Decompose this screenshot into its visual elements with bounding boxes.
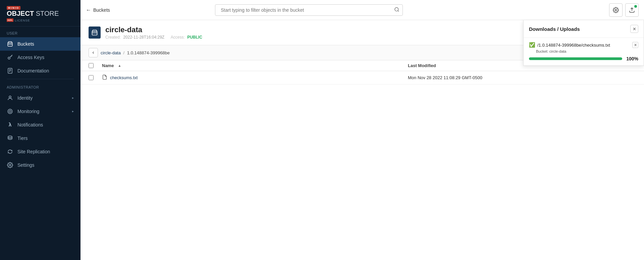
monitoring-chevron-icon: ▸ (72, 109, 74, 113)
sidebar-access-keys-label: Access Keys (17, 55, 74, 60)
breadcrumb-current: 1.0.148874-399968be (127, 50, 170, 55)
logo: MINIO OBJECT STORE AGPL LICENSE (0, 0, 80, 27)
buckets-icon (7, 41, 13, 47)
sidebar-item-access-keys[interactable]: Access Keys (0, 51, 80, 64)
download-item: ✅ /1.0.148874-399968be/checksums.txt ✕ B… (524, 38, 644, 65)
download-item-name: ✅ /1.0.148874-399968be/checksums.txt (529, 42, 610, 48)
site-replication-icon (7, 148, 13, 155)
svg-point-9 (9, 96, 11, 98)
sidebar-item-site-replication[interactable]: Site Replication (0, 145, 80, 158)
sidebar-site-replication-label: Site Replication (17, 149, 74, 154)
progress-bar-track (529, 57, 622, 60)
upload-button[interactable] (625, 3, 639, 17)
upload-badge (634, 5, 637, 8)
download-bucket-info: Bucket: circle-data (529, 49, 638, 53)
bucket-info: circle-data Created: 2022-11-28T16:04:29… (105, 25, 208, 40)
topbar: ← Buckets (80, 0, 644, 20)
gear-icon (613, 7, 619, 13)
svg-point-10 (8, 109, 12, 114)
tiers-icon (7, 135, 13, 142)
bucket-header-icon (89, 27, 101, 39)
sidebar-item-notifications[interactable]: λ Notifications (0, 118, 80, 132)
row-checkbox[interactable] (89, 75, 94, 80)
back-label: Buckets (93, 7, 110, 13)
row-check-col (89, 75, 102, 80)
select-all-checkbox[interactable] (89, 63, 94, 68)
progress-row: 100% (529, 56, 638, 61)
sidebar: MINIO OBJECT STORE AGPL LICENSE User Buc… (0, 0, 80, 260)
sidebar-monitoring-label: Monitoring (17, 109, 68, 114)
access-value: PUBLIC (187, 35, 202, 40)
logo-license-label: LICENSE (15, 19, 30, 22)
header-check-col (89, 63, 102, 68)
sidebar-item-settings[interactable]: Settings (0, 158, 80, 172)
download-file-path: /1.0.148874-399968be/checksums.txt (537, 43, 610, 48)
settings-button[interactable] (609, 3, 623, 17)
sidebar-item-tiers[interactable]: Tiers (0, 132, 80, 145)
breadcrumb-back-icon (91, 51, 95, 55)
panel-header: Downloads / Uploads ✕ (524, 20, 644, 38)
header-last-modified-col[interactable]: Last Modified (408, 63, 508, 68)
breadcrumb-separator: / (123, 50, 126, 55)
logo-product: OBJECT STORE (7, 10, 74, 17)
breadcrumb-path: circle-data / 1.0.148874-399968be (101, 50, 170, 55)
sidebar-buckets-label: Buckets (17, 41, 74, 47)
progress-bar-fill (529, 57, 622, 60)
sidebar-divider (7, 79, 74, 79)
breadcrumb-back-button[interactable] (89, 48, 98, 57)
logo-badge-text: MINIO (7, 6, 20, 10)
svg-point-12 (8, 136, 12, 138)
remove-download-button[interactable]: ✕ (632, 42, 638, 48)
header-name-col[interactable]: Name ▲ (102, 63, 408, 68)
sidebar-item-monitoring[interactable]: Monitoring ▸ (0, 105, 80, 118)
sidebar-item-buckets[interactable]: Buckets (0, 37, 80, 51)
search-input[interactable] (215, 4, 403, 16)
breadcrumb-root-link[interactable]: circle-data (101, 50, 121, 55)
sidebar-tiers-label: Tiers (17, 136, 74, 141)
admin-section-label: Administrator (0, 81, 80, 91)
svg-point-4 (8, 57, 10, 59)
bucket-title: circle-data (105, 25, 208, 34)
bucket-meta: Created: 2022-11-28T16:04:29Z Access: PU… (105, 35, 208, 40)
notifications-icon: λ (7, 121, 13, 128)
row-last-modified: Mon Nov 28 2022 11:08:29 GMT-0500 (408, 75, 508, 80)
search-icon (394, 7, 399, 12)
svg-rect-18 (92, 32, 97, 35)
identity-icon (7, 95, 13, 101)
downloads-panel: Downloads / Uploads ✕ ✅ /1.0.148874-3999… (523, 20, 644, 66)
svg-rect-2 (8, 43, 12, 46)
user-section-label: User (0, 27, 80, 37)
access-keys-icon (7, 54, 13, 61)
sidebar-documentation-label: Documentation (17, 68, 74, 73)
back-arrow-icon: ← (86, 7, 91, 13)
bucket-label: Bucket: (536, 49, 548, 53)
upload-icon (629, 7, 635, 13)
identity-chevron-icon: ▸ (72, 96, 74, 100)
table-row: checksums.txt Mon Nov 28 2022 11:08:29 G… (80, 71, 644, 85)
documentation-icon (7, 67, 13, 74)
search-box (215, 4, 403, 16)
logo-store: STORE (36, 10, 59, 17)
file-name[interactable]: checksums.txt (110, 75, 138, 80)
panel-close-button[interactable]: ✕ (630, 25, 638, 33)
sidebar-notifications-label: Notifications (17, 122, 74, 127)
svg-point-11 (9, 110, 11, 112)
sidebar-item-documentation[interactable]: Documentation (0, 64, 80, 77)
sidebar-settings-label: Settings (17, 162, 74, 168)
main-content: ← Buckets circle-data Created (80, 0, 644, 260)
svg-line-15 (398, 10, 399, 11)
svg-point-13 (9, 164, 11, 166)
access-label: Access: (171, 35, 185, 40)
search-button[interactable] (394, 7, 399, 13)
created-label: Created: (105, 35, 121, 40)
row-name-col: checksums.txt (102, 74, 408, 81)
topbar-actions (609, 3, 639, 17)
file-table: Name ▲ Last Modified checksums.txt Mon N… (80, 60, 644, 260)
progress-percentage: 100% (626, 56, 638, 61)
created-value: 2022-11-28T16:04:29Z (123, 35, 164, 40)
back-to-buckets-link[interactable]: ← Buckets (86, 7, 110, 13)
name-col-label: Name (102, 63, 114, 68)
last-modified-col-label: Last Modified (408, 63, 436, 68)
sidebar-item-identity[interactable]: Identity ▸ (0, 91, 80, 105)
monitoring-icon (7, 108, 13, 115)
